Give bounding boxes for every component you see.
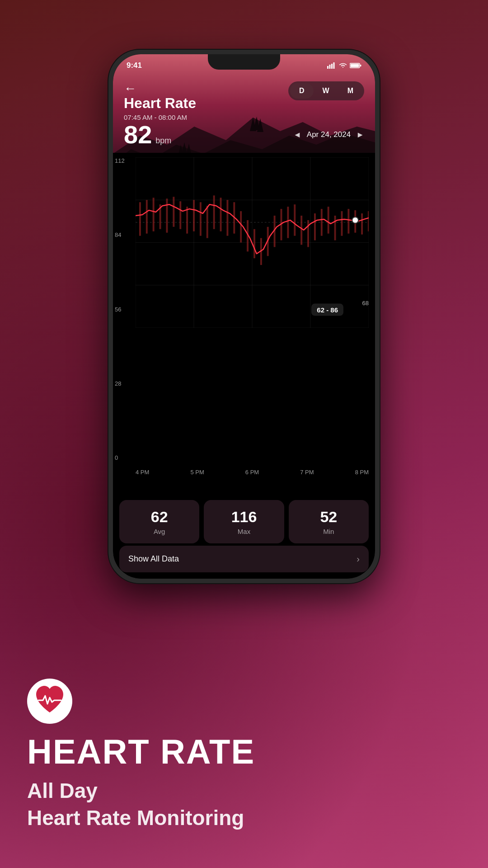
- svg-point-61: [352, 217, 358, 223]
- stat-min-value: 52: [293, 508, 364, 526]
- date-display: Apr 24, 2024: [307, 130, 351, 139]
- date-nav: ◄ Apr 24, 2024 ►: [293, 130, 364, 140]
- x-label-7pm: 7 PM: [300, 469, 314, 476]
- next-date-btn[interactable]: ►: [356, 130, 364, 140]
- period-week-btn[interactable]: W: [314, 83, 338, 99]
- show-all-data-btn[interactable]: Show All Data ›: [119, 546, 369, 572]
- svg-rect-0: [327, 66, 328, 69]
- x-label-8pm: 8 PM: [355, 469, 369, 476]
- y-label-56: 56: [115, 306, 125, 313]
- svg-rect-5: [360, 65, 361, 66]
- bpm-date-row: 82 bpm ◄ Apr 24, 2024 ►: [124, 122, 364, 147]
- promo-title: HEART RATE: [27, 733, 461, 771]
- phone-wrapper: 9:41: [108, 50, 380, 583]
- y-label-28: 28: [115, 380, 125, 387]
- chart-container: 112 84 56 28 0 4 PM 5 PM 6 PM 7 PM 8 PM: [113, 153, 375, 479]
- time-range: 07:45 AM - 08:00 AM: [124, 113, 364, 121]
- stats-row: 62 Avg 116 Max 52 Min: [119, 500, 369, 543]
- stat-avg-card: 62 Avg: [119, 500, 199, 543]
- app-logo: [27, 679, 72, 724]
- chart-side-value: 68: [362, 300, 369, 307]
- wifi-icon: [339, 62, 347, 69]
- x-label-4pm: 4 PM: [136, 469, 149, 476]
- notch: [208, 54, 280, 70]
- stat-max-card: 116 Max: [204, 500, 284, 543]
- chart-x-labels: 4 PM 5 PM 6 PM 7 PM 8 PM: [136, 469, 369, 476]
- stat-avg-value: 62: [124, 508, 195, 526]
- y-label-112: 112: [115, 157, 125, 164]
- stat-max-value: 116: [208, 508, 279, 526]
- bpm-value: 82: [124, 122, 152, 147]
- chevron-right-icon: ›: [357, 554, 360, 564]
- period-toggle: D W M: [288, 81, 364, 100]
- period-day-btn[interactable]: D: [290, 83, 314, 99]
- bottom-promo: HEART RATE All Day Heart Rate Monitoring: [0, 592, 488, 868]
- svg-rect-3: [333, 62, 335, 69]
- prev-date-btn[interactable]: ◄: [293, 130, 301, 140]
- status-icons: [327, 62, 361, 69]
- y-label-0: 0: [115, 454, 125, 461]
- svg-rect-6: [351, 64, 359, 67]
- stat-avg-label: Avg: [124, 528, 195, 535]
- x-label-6pm: 6 PM: [245, 469, 259, 476]
- chart-y-labels: 112 84 56 28 0: [115, 157, 125, 461]
- bpm-display: 82 bpm: [124, 122, 171, 147]
- show-all-text: Show All Data: [128, 554, 179, 564]
- promo-subtitle: All Day Heart Rate Monitoring: [27, 778, 461, 832]
- battery-icon: [350, 62, 361, 69]
- phone-screen: 9:41: [113, 54, 375, 579]
- stat-min-card: 52 Min: [289, 500, 369, 543]
- signal-icon: [327, 62, 336, 69]
- app-content: ← Heart Rate 07:45 AM - 08:00 AM D W M 8…: [113, 77, 375, 579]
- chart-svg: [136, 157, 369, 328]
- period-month-btn[interactable]: M: [338, 83, 362, 99]
- bpm-unit: bpm: [155, 136, 171, 146]
- stat-max-label: Max: [208, 528, 279, 535]
- svg-rect-1: [329, 65, 331, 69]
- y-label-84: 84: [115, 231, 125, 238]
- phone-frame: 9:41: [108, 50, 380, 583]
- status-time: 9:41: [127, 61, 142, 70]
- stat-min-label: Min: [293, 528, 364, 535]
- svg-rect-2: [331, 64, 333, 69]
- x-label-5pm: 5 PM: [190, 469, 204, 476]
